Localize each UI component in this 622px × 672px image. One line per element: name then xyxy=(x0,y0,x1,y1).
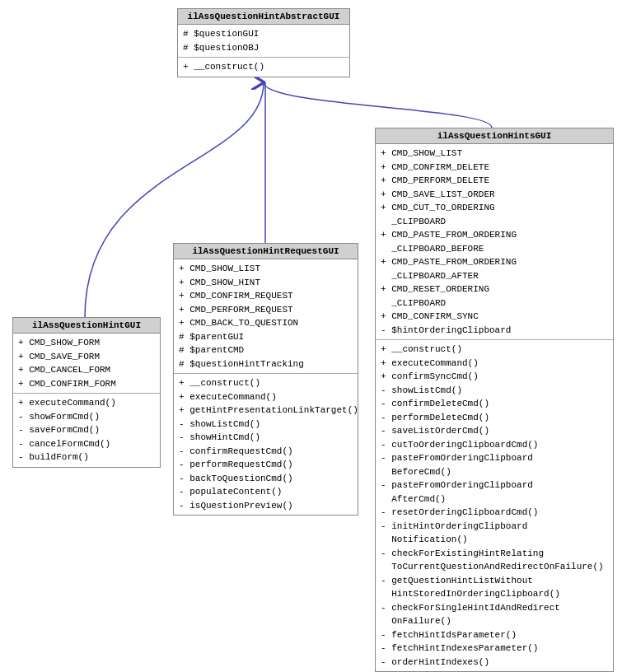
hints-gui-title: ilAssQuestionHintsGUI xyxy=(376,128,613,144)
hint-gui-constants: + CMD_SHOW_FORM + CMD_SAVE_FORM + CMD_CA… xyxy=(13,334,160,394)
abstract-gui-fields: # $questionGUI # $questionOBJ xyxy=(178,25,349,58)
hint-gui-box: ilAssQuestionHintGUI + CMD_SHOW_FORM + C… xyxy=(12,317,161,468)
abstract-gui-box: ilAssQuestionHintAbstractGUI # $question… xyxy=(177,8,350,77)
field-questionGUI: # $questionGUI xyxy=(183,27,344,41)
request-gui-constants: + CMD_SHOW_LIST + CMD_SHOW_HINT + CMD_CO… xyxy=(174,259,358,374)
abstract-gui-methods: + __construct() xyxy=(178,58,349,77)
hint-gui-title: ilAssQuestionHintGUI xyxy=(13,318,160,334)
hints-gui-constants: + CMD_SHOW_LIST + CMD_CONFIRM_DELETE + C… xyxy=(376,144,613,340)
hints-gui-methods: + __construct() + executeCommand() + con… xyxy=(376,340,613,671)
abstract-gui-title: ilAssQuestionHintAbstractGUI xyxy=(178,9,349,25)
request-gui-title: ilAssQuestionHintRequestGUI xyxy=(174,244,358,259)
method-construct-abstract: + __construct() xyxy=(183,60,344,74)
hint-gui-methods: + executeCommand() - showFormCmd() - sav… xyxy=(13,394,160,467)
diagram-container: ilAssQuestionHintAbstractGUI # $question… xyxy=(0,0,622,672)
field-questionOBJ: # $questionOBJ xyxy=(183,41,344,55)
hints-gui-box: ilAssQuestionHintsGUI + CMD_SHOW_LIST + … xyxy=(375,128,614,672)
request-gui-methods: + __construct() + executeCommand() + get… xyxy=(174,374,358,515)
request-gui-box: ilAssQuestionHintRequestGUI + CMD_SHOW_L… xyxy=(173,243,358,516)
